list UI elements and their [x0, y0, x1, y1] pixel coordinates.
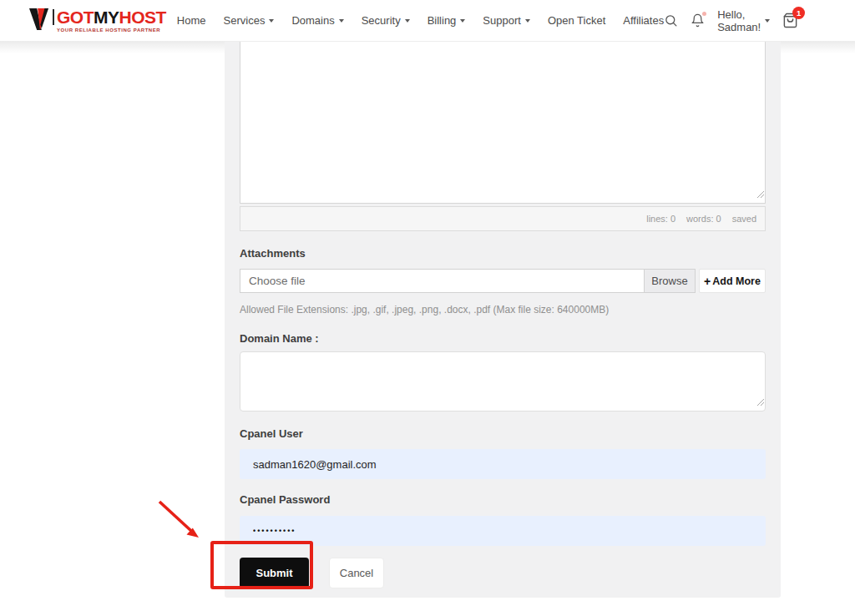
search-icon[interactable]: [664, 13, 678, 28]
notification-dot: [702, 12, 706, 16]
chevron-down-icon: [269, 19, 274, 23]
ticket-message-textarea[interactable]: [240, 42, 766, 204]
chevron-down-icon: [405, 19, 410, 23]
brand-v-icon: [29, 8, 49, 34]
account-menu[interactable]: Hello, Sadman!: [717, 8, 770, 33]
resize-handle-icon[interactable]: [756, 394, 764, 409]
nav-item-billing[interactable]: Billing: [428, 14, 466, 27]
allowed-extensions-text: Allowed File Extensions: .jpg, .gif, .jp…: [240, 304, 766, 316]
plus-icon: +: [704, 275, 711, 287]
words-count: words: 0: [686, 214, 721, 224]
cart-icon[interactable]: 1: [782, 13, 798, 28]
nav-item-open-ticket[interactable]: Open Ticket: [548, 14, 605, 27]
greeting-text: Hello, Sadman!: [717, 8, 761, 33]
cpanel-user-label: Cpanel User: [240, 427, 766, 440]
lines-count: lines: 0: [646, 214, 675, 224]
browse-button[interactable]: Browse: [644, 269, 696, 293]
cancel-button[interactable]: Cancel: [329, 558, 384, 588]
cpanel-user-input[interactable]: [240, 449, 766, 479]
nav-item-support[interactable]: Support: [483, 14, 530, 27]
submit-button[interactable]: Submit: [240, 558, 309, 588]
open-ticket-form: lines: 0 words: 0 saved Attachments Choo…: [225, 42, 781, 598]
file-placeholder: Choose file: [249, 275, 306, 287]
domain-name-textarea[interactable]: [240, 351, 766, 412]
file-input[interactable]: Choose file: [240, 269, 644, 293]
attachments-label: Attachments: [240, 247, 766, 260]
brand-divider: [53, 9, 54, 25]
add-more-button[interactable]: + Add More: [699, 269, 766, 293]
nav-item-domains[interactable]: Domains: [291, 14, 343, 27]
form-actions: Submit Cancel: [240, 558, 766, 588]
chevron-down-icon: [765, 19, 770, 23]
top-navbar: GOTMYHOST YOUR RELIABLE HOSTING PARTNER …: [0, 0, 855, 42]
nav-item-affiliates[interactable]: Affiliates: [623, 14, 664, 27]
editor-status-bar: lines: 0 words: 0 saved: [240, 206, 766, 231]
brand-logo[interactable]: GOTMYHOST YOUR RELIABLE HOSTING PARTNER: [29, 8, 166, 34]
chevron-down-icon: [460, 19, 465, 23]
header-actions: Hello, Sadman! 1: [664, 8, 798, 33]
saved-status: saved: [732, 214, 756, 224]
notifications-bell-icon[interactable]: [691, 13, 705, 28]
resize-handle-icon[interactable]: [756, 186, 764, 201]
brand-tagline: YOUR RELIABLE HOSTING PARTNER: [57, 28, 166, 33]
cart-count-badge: 1: [792, 7, 805, 19]
main-nav: Home Services Domains Security Billing S…: [177, 14, 664, 27]
cpanel-password-label: Cpanel Password: [240, 493, 766, 506]
domain-name-label: Domain Name :: [240, 332, 766, 345]
nav-item-home[interactable]: Home: [177, 14, 206, 27]
nav-item-services[interactable]: Services: [224, 14, 275, 27]
chevron-down-icon: [339, 19, 344, 23]
cpanel-password-input[interactable]: [240, 516, 766, 546]
nav-item-security[interactable]: Security: [362, 14, 410, 27]
brand-name: GOTMYHOST: [57, 8, 166, 26]
annotation-arrow: [154, 497, 206, 546]
chevron-down-icon: [525, 19, 530, 23]
file-input-group: Choose file Browse + Add More: [240, 269, 766, 293]
